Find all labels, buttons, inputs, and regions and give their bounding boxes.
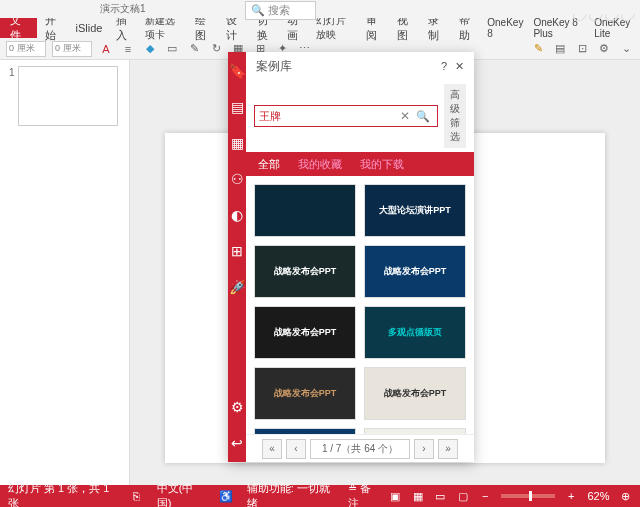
template-card[interactable]: 多观点循版页 — [364, 306, 466, 359]
layers-icon[interactable]: ▤ — [552, 41, 568, 57]
template-card[interactable]: 大型论坛演讲PPT — [364, 184, 466, 237]
brush-icon[interactable]: ✎ — [530, 41, 546, 57]
status-bar: 幻灯片 第 1 张，共 1 张 ⎘ 中文(中国) ♿ 辅助功能: 一切就绪 ≙ … — [0, 485, 640, 507]
list-icon[interactable]: ≡ — [120, 41, 136, 57]
panel-tabs: 全部 我的收藏 我的下载 — [246, 152, 474, 176]
access-icon[interactable]: ♿ — [219, 489, 233, 503]
template-card[interactable]: 战略发布会PPT — [364, 367, 466, 420]
collapse-icon[interactable]: ⌄ — [618, 41, 634, 57]
height-box[interactable]: 0 厘米 — [52, 41, 92, 57]
thumb-number: 1 — [9, 67, 15, 78]
panel-body: 案例库 ? ✕ ✕ 🔍 高级筛选 全部 我的收藏 我的下载 大型论坛演讲PPT战… — [246, 52, 474, 462]
fit-icon[interactable]: ⊕ — [619, 489, 632, 503]
bookmark-icon[interactable]: 🔖 — [228, 62, 246, 80]
templates-icon[interactable]: ▤ — [228, 98, 246, 116]
prev-page-button[interactable]: ‹ — [286, 439, 306, 459]
page-info: 1 / 7（共 64 个） — [310, 439, 410, 459]
accessibility: 辅助功能: 一切就绪 — [247, 481, 335, 507]
font-color-icon[interactable]: A — [98, 41, 114, 57]
tab-downloads[interactable]: 我的下载 — [360, 157, 404, 172]
zoom-in-icon[interactable]: + — [565, 489, 578, 503]
gear-icon[interactable]: ⚙ — [228, 398, 246, 416]
back-icon[interactable]: ↩ — [228, 434, 246, 452]
template-card[interactable]: 战略发布会PPT — [254, 306, 356, 359]
template-card[interactable]: 战略发布会PPT — [254, 245, 356, 298]
template-card[interactable]: 战略发布会PPT — [364, 245, 466, 298]
panel-header: 案例库 ? ✕ — [246, 52, 474, 80]
template-card[interactable]: 战略发布会PPT — [254, 367, 356, 420]
advanced-filter-button[interactable]: 高级筛选 — [444, 84, 466, 148]
grid-icon[interactable]: ▦ — [228, 134, 246, 152]
clear-icon[interactable]: ✕ — [397, 109, 413, 123]
lang-icon[interactable]: ⎘ — [130, 489, 143, 503]
panel-sidebar: 🔖 ▤ ▦ ⚇ ◐ ⊞ 🚀 ⚙ ↩ — [228, 52, 246, 462]
sorter-view-icon[interactable]: ▦ — [411, 489, 424, 503]
global-search[interactable]: 🔍 搜索 — [245, 1, 316, 20]
width-box[interactable]: 0 厘米 — [6, 41, 46, 57]
next-page-button[interactable]: › — [414, 439, 434, 459]
search-input[interactable] — [259, 110, 397, 122]
help-icon[interactable]: ? — [441, 60, 447, 72]
file-tab[interactable]: 文件 — [0, 18, 37, 38]
rocket-icon[interactable]: 🚀 — [228, 278, 246, 296]
modules-icon[interactable]: ⊞ — [228, 242, 246, 260]
zoom-out-icon[interactable]: − — [479, 489, 492, 503]
panel-title: 案例库 — [256, 58, 292, 75]
globe-icon[interactable]: ◐ — [228, 206, 246, 224]
document-title: 演示文稿1 — [100, 2, 146, 16]
first-page-button[interactable]: « — [262, 439, 282, 459]
search-row: ✕ 🔍 高级筛选 — [246, 80, 474, 152]
watermark-icon: ◡◡◡◡ — [571, 2, 635, 24]
language[interactable]: 中文(中国) — [157, 481, 205, 507]
tab-islide[interactable]: iSlide — [70, 18, 109, 38]
hierarchy-icon[interactable]: ⚇ — [228, 170, 246, 188]
rotate-icon[interactable]: ↻ — [208, 41, 224, 57]
search-icon[interactable]: 🔍 — [413, 110, 433, 123]
slide-thumbnails: 1 — [0, 60, 130, 485]
close-icon[interactable]: ✕ — [455, 60, 464, 73]
notes-button[interactable]: ≙ 备注 — [348, 481, 378, 507]
slide-thumb-1[interactable]: 1 — [18, 66, 118, 126]
title-bar: 演示文稿1 🔍 搜索 ◡◡◡◡ — [0, 0, 640, 18]
tab-all[interactable]: 全部 — [258, 157, 280, 172]
settings-icon[interactable]: ⚙ — [596, 41, 612, 57]
pager: « ‹ 1 / 7（共 64 个） › » — [246, 434, 474, 462]
eyedrop-icon[interactable]: ✎ — [186, 41, 202, 57]
search-icon: 🔍 — [251, 4, 265, 17]
slideshow-view-icon[interactable]: ▢ — [456, 489, 469, 503]
fill-icon[interactable]: ◆ — [142, 41, 158, 57]
case-library-panel: 🔖 ▤ ▦ ⚇ ◐ ⊞ 🚀 ⚙ ↩ 案例库 ? ✕ ✕ 🔍 高级筛选 全部 — [228, 52, 474, 462]
zoom-slider[interactable] — [501, 494, 555, 498]
search-box: ✕ 🔍 — [254, 105, 438, 127]
ribbon-tabs: 文件 开始 iSlide 插入 新建选项卡 绘图 设计 切换 动画 幻灯片放映 … — [0, 18, 640, 38]
results-grid: 大型论坛演讲PPT战略发布会PPT战略发布会PPT战略发布会PPT多观点循版页战… — [246, 176, 474, 434]
link-icon[interactable]: ⊡ — [574, 41, 590, 57]
tab-favorites[interactable]: 我的收藏 — [298, 157, 342, 172]
reading-view-icon[interactable]: ▭ — [434, 489, 447, 503]
slide-count: 幻灯片 第 1 张，共 1 张 — [8, 481, 116, 507]
template-card[interactable] — [254, 184, 356, 237]
zoom-level[interactable]: 62% — [587, 490, 609, 502]
normal-view-icon[interactable]: ▣ — [389, 489, 402, 503]
shape-icon[interactable]: ▭ — [164, 41, 180, 57]
last-page-button[interactable]: » — [438, 439, 458, 459]
